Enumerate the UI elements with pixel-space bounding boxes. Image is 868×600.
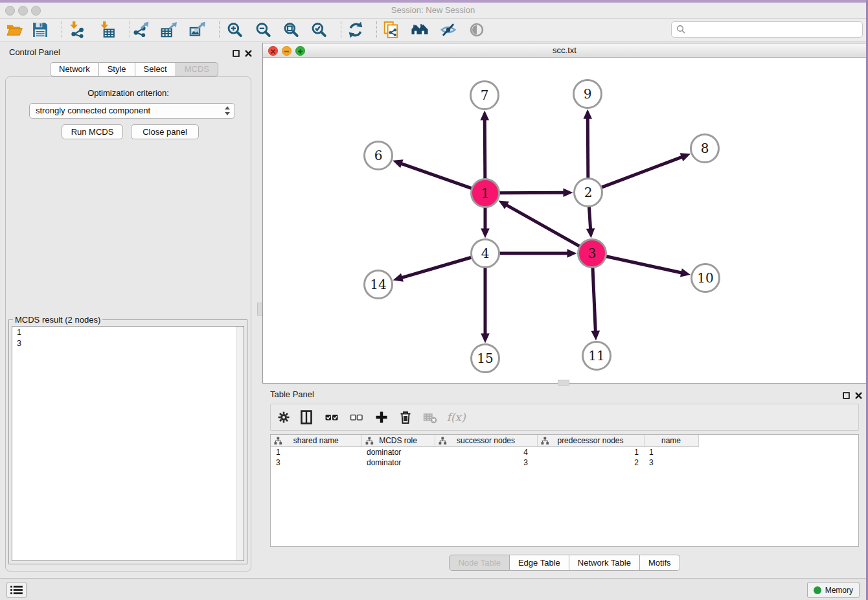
graph-edge-2-9[interactable] [588, 117, 588, 178]
zoom-out-button[interactable] [253, 20, 273, 40]
import-table-button[interactable] [97, 20, 117, 40]
show-graphics-details-button[interactable] [467, 20, 486, 40]
run-mcds-button[interactable]: Run MCDS [62, 124, 123, 139]
import-network-button[interactable] [67, 20, 86, 40]
unchecked-boxes-icon [348, 410, 364, 425]
graph-arrowhead [393, 273, 404, 282]
houses-icon [411, 22, 429, 38]
open-session-button[interactable] [5, 20, 24, 40]
toolbar-separator [219, 21, 220, 38]
open-folder-icon [6, 23, 23, 37]
tab-style[interactable]: Style [99, 62, 135, 76]
tab-edge-table[interactable]: Edge Table [510, 555, 569, 571]
table-float-button[interactable] [843, 390, 850, 397]
memory-button[interactable]: Memory [807, 582, 860, 598]
close-icon [855, 392, 862, 399]
search-field[interactable] [671, 21, 863, 38]
horizontal-split-handle[interactable] [558, 380, 569, 386]
table-settings-button[interactable] [275, 408, 293, 426]
delete-button[interactable] [396, 408, 415, 426]
graph-arrowhead [586, 228, 595, 238]
gear-icon [276, 410, 291, 425]
graph-arrowhead [481, 334, 490, 343]
zoom-fit-button[interactable] [281, 20, 301, 40]
zoom-out-icon [255, 21, 271, 38]
tab-mcds[interactable]: MCDS [176, 62, 218, 76]
search-input[interactable] [689, 23, 860, 36]
column-header-shared-name[interactable]: shared name [271, 435, 361, 447]
zoom-in-icon [226, 21, 243, 38]
table-toolbar: f(x) [270, 404, 859, 431]
graph-edge-3-10[interactable] [606, 257, 682, 273]
delete-table-button[interactable] [421, 408, 439, 426]
columns-icon [299, 410, 314, 425]
close-panel-button[interactable] [245, 48, 252, 55]
window-close-button[interactable] [5, 6, 15, 16]
select-all-columns-button[interactable] [323, 408, 341, 426]
plus-icon [296, 47, 304, 56]
graph-edge-4-14[interactable] [401, 257, 472, 278]
add-button[interactable] [372, 408, 391, 426]
tab-network[interactable]: Network [50, 62, 99, 76]
export-image-button[interactable] [188, 20, 207, 40]
column-header-successor-nodes[interactable]: successor nodes [435, 435, 537, 447]
graph-edge-1-6[interactable] [400, 163, 472, 189]
zoom-selected-button[interactable] [309, 20, 328, 40]
hide-graphics-details-button[interactable] [439, 20, 458, 40]
column-header-mcds-role[interactable]: MCDS role [361, 435, 435, 447]
export-network-button[interactable] [131, 20, 151, 40]
criterion-select[interactable]: strongly connected component [29, 103, 235, 119]
graph-arrowhead [481, 229, 490, 238]
tab-motifs[interactable]: Motifs [640, 555, 680, 571]
unselect-all-columns-button[interactable] [347, 408, 365, 426]
graph-arrowhead [591, 330, 600, 340]
refresh-layout-icon [347, 21, 364, 38]
table-tabs: Node Table Edge Table Network Table Moti… [262, 555, 867, 571]
save-session-button[interactable] [30, 20, 50, 40]
control-panel-tabs: Network Style Select MCDS [50, 62, 218, 76]
toolbar-separator [341, 21, 341, 38]
table-row[interactable]: 3dominator323 [271, 457, 858, 468]
application-window: Session: New Session [0, 0, 868, 600]
tab-network-table[interactable]: Network Table [569, 555, 640, 571]
import-network-icon [68, 21, 85, 38]
network-window-titlebar[interactable]: scc.txt [263, 43, 866, 58]
network-close-button[interactable] [268, 46, 278, 56]
tab-node-table[interactable]: Node Table [449, 555, 510, 571]
search-icon [676, 25, 686, 34]
main-toolbar [0, 19, 866, 42]
table-close-button[interactable] [855, 390, 862, 397]
network-zoom-button[interactable] [295, 46, 305, 56]
network-canvas[interactable]: 7968124314101511 [263, 58, 866, 383]
zoom-in-button[interactable] [225, 20, 244, 40]
column-header-name[interactable]: name [644, 435, 698, 447]
apply-layout-button[interactable] [346, 20, 365, 40]
graph-edge-1-7[interactable] [485, 119, 485, 179]
function-builder-button[interactable]: f(x) [443, 408, 469, 426]
criterion-select-value: strongly connected component [36, 106, 150, 115]
mcds-result-area[interactable]: 1 3 [12, 326, 244, 561]
close-panel-action-button[interactable]: Close panel [131, 124, 199, 139]
welcome-screen-button[interactable] [410, 20, 429, 40]
float-panel-button[interactable] [233, 48, 240, 55]
mcds-result-scrollbar[interactable] [236, 327, 244, 560]
table-row[interactable]: 1dominator411 [271, 447, 858, 458]
graph-edge-3-11[interactable] [593, 267, 595, 332]
show-columns-button[interactable] [297, 408, 315, 426]
network-view-window: scc.txt 7968124314101511 [262, 43, 867, 384]
duplicate-network-button[interactable] [382, 20, 401, 40]
graph-edge-2-8[interactable] [601, 157, 683, 188]
column-header-predecessor-nodes[interactable]: predecessor nodes [537, 435, 644, 447]
graph-edge-2-3[interactable] [589, 206, 590, 229]
window-minimize-button[interactable] [18, 6, 28, 16]
window-titlebar: Session: New Session [0, 3, 866, 19]
network-minimize-button[interactable] [282, 46, 291, 56]
graph-node-label-4: 4 [481, 246, 490, 261]
graph-edge-3-1[interactable] [506, 205, 580, 247]
zoom-fit-icon [282, 21, 299, 38]
graph-edge-1-2[interactable] [499, 192, 564, 193]
export-table-button[interactable] [159, 20, 179, 40]
task-history-button[interactable] [6, 582, 27, 598]
window-zoom-button[interactable] [31, 6, 41, 16]
tab-select[interactable]: Select [135, 62, 176, 76]
